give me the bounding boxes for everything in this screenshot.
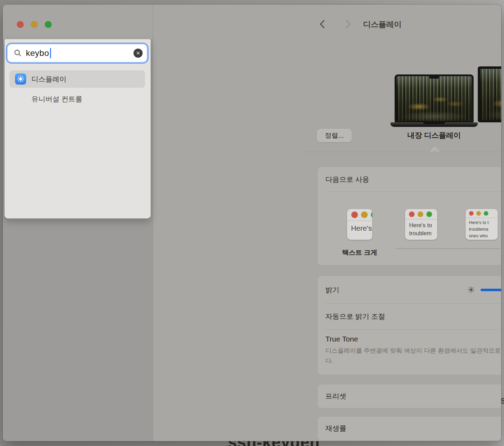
search-input[interactable]: keybo × — [8, 44, 147, 62]
scaling-options: Here's 텍스트 크게 Here's to troublem Here's … — [318, 209, 501, 257]
main-pane: 디스플레이 내장 디스플레이 LG HDR 4K 정렬... 다음으로 사용 메… — [153, 5, 501, 441]
search-result-displays[interactable]: 디스플레이 — [9, 70, 145, 88]
auto-brightness-row: 자동으로 밝기 조절 — [318, 303, 501, 329]
arrange-button[interactable]: 정렬... — [317, 129, 352, 142]
scaling-preview-text: Here's to troublem — [405, 220, 437, 237]
true-tone-label: True Tone — [325, 335, 501, 343]
scaling-preview-text: Here's to t troublema ones who — [466, 218, 498, 239]
row-divider — [325, 192, 501, 192]
auto-brightness-label: 자동으로 밝기 조절 — [325, 312, 385, 321]
scaling-preview-text: Here's — [347, 221, 372, 232]
refresh-rate-card: 재생률 ProMotion — [318, 417, 501, 440]
close-button[interactable] — [17, 21, 24, 28]
back-button[interactable] — [318, 19, 327, 29]
refresh-rate-label: 재생률 — [325, 424, 346, 433]
system-settings-window: keybo × 디스플레이 — [3, 5, 501, 441]
page-title: 디스플레이 — [363, 19, 402, 30]
search-result-label: 디스플레이 — [31, 74, 66, 84]
display-settings-card: 다음으로 사용 메인 디스플레이 Here's 텍스트 크게 — [318, 167, 501, 265]
row-divider — [325, 329, 501, 330]
use-as-row: 다음으로 사용 메인 디스플레이 — [318, 167, 501, 192]
header-mask — [303, 152, 501, 160]
search-input-value: keybo — [26, 48, 49, 58]
scaling-option-larger-text[interactable]: Here's 텍스트 크게 — [342, 209, 377, 257]
text-cursor — [50, 48, 51, 58]
true-tone-row: True Tone 디스플레이를 주변광에 맞춰 색상이 다른 환경에서도 일관… — [318, 329, 501, 366]
external-display-thumbnail[interactable] — [478, 66, 501, 122]
brightness-fill — [481, 289, 501, 291]
builtin-display-thumbnail[interactable] — [395, 74, 474, 122]
search-icon — [14, 49, 22, 57]
forward-button[interactable] — [343, 19, 353, 29]
search-results-panel: keybo × 디스플레이 — [5, 39, 151, 218]
minimize-button[interactable] — [31, 21, 38, 28]
laptop-base — [390, 122, 478, 127]
preset-label: 프리셋 — [325, 391, 346, 401]
search-result-universal-control[interactable]: 유니버설 컨트롤 — [9, 90, 145, 108]
scaling-connector-line — [395, 248, 500, 249]
sidebar: keybo × 디스플레이 — [3, 5, 153, 441]
builtin-display-label: 내장 디스플레이 — [389, 130, 480, 140]
zoom-button[interactable] — [45, 21, 52, 28]
refresh-rate-row: 재생률 ProMotion — [318, 417, 501, 440]
scaling-option-3[interactable]: Here's to t troublema ones who — [466, 209, 498, 257]
clear-search-button[interactable]: × — [134, 49, 143, 58]
preset-row: 프리셋 Apple XDR Display (P3-1600 nits) — [318, 384, 501, 408]
preset-card: 프리셋 Apple XDR Display (P3-1600 nits) — [318, 384, 501, 408]
sun-small-icon — [467, 286, 475, 294]
brightness-row: 밝기 — [318, 276, 501, 303]
true-tone-description: 디스플레이를 주변광에 맞춰 색상이 다른 환경에서도 일관적으로 보이도록 자… — [325, 346, 501, 366]
scaling-option-label: 텍스트 크게 — [342, 248, 377, 257]
search-result-label: 유니버설 컨트롤 — [31, 94, 82, 104]
brightness-card: 밝기 — [318, 276, 501, 375]
scaling-option-2[interactable]: Here's to troublem — [405, 209, 437, 257]
brightness-slider[interactable] — [481, 289, 501, 291]
sidebar-titlebar — [3, 5, 153, 39]
brightness-label: 밝기 — [325, 285, 339, 295]
external-display-label: LG HDR 4K — [476, 130, 501, 139]
laptop-notch — [429, 76, 439, 79]
header-divider — [303, 152, 501, 152]
display-brightness-icon — [15, 73, 26, 85]
use-as-label: 다음으로 사용 — [325, 175, 369, 184]
